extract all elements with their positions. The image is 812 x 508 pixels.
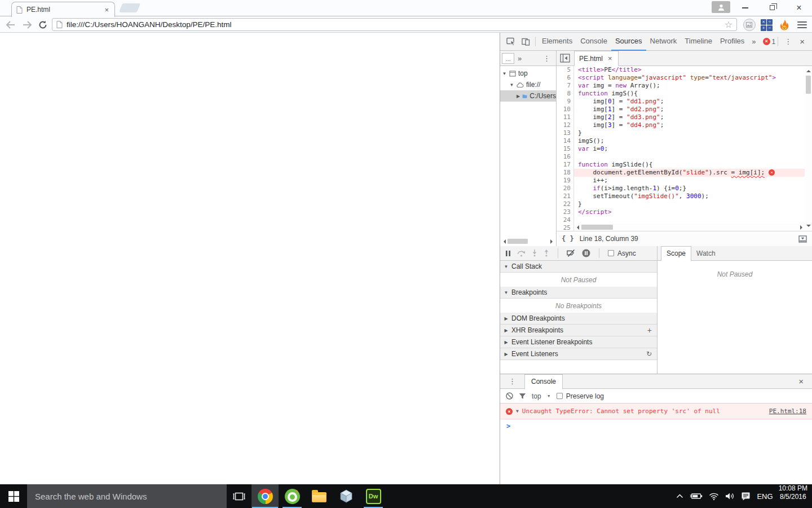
show-navigator-icon[interactable] bbox=[560, 54, 570, 63]
line-number[interactable]: 18 bbox=[557, 169, 574, 177]
tab-network[interactable]: Network bbox=[646, 33, 681, 51]
step-over-icon[interactable] bbox=[517, 250, 526, 257]
error-source-link[interactable]: PE.html:18 bbox=[769, 408, 806, 415]
tab-profiles[interactable]: Profiles bbox=[716, 33, 748, 51]
browser-menu-button[interactable] bbox=[795, 18, 809, 32]
chevron-down-icon[interactable]: ▼ bbox=[509, 82, 514, 87]
scroll-right-icon[interactable] bbox=[800, 225, 805, 230]
taskbar-app-chrome[interactable] bbox=[251, 484, 279, 508]
tab-watch[interactable]: Watch bbox=[691, 249, 721, 257]
extension-calculator-button[interactable]: ×÷+− bbox=[760, 18, 774, 32]
navigator-horizontal-scrollbar[interactable] bbox=[501, 238, 555, 245]
pause-on-exceptions-icon[interactable] bbox=[582, 249, 590, 257]
tab-elements[interactable]: Elements bbox=[538, 33, 576, 51]
tab-console-drawer[interactable]: Console bbox=[524, 374, 563, 389]
scroll-up-icon[interactable] bbox=[806, 68, 811, 72]
line-number[interactable]: 11 bbox=[557, 113, 574, 121]
chevron-down-icon[interactable]: ▼ bbox=[547, 394, 551, 398]
wifi-icon[interactable] bbox=[709, 493, 719, 500]
tab-console[interactable]: Console bbox=[576, 33, 611, 51]
devtools-menu-icon[interactable]: ⋮ bbox=[780, 37, 796, 46]
drawer-close-icon[interactable]: × bbox=[795, 376, 807, 386]
tab-scope[interactable]: Scope bbox=[661, 246, 691, 261]
scrollbar-thumb[interactable] bbox=[806, 76, 811, 94]
section-breakpoints[interactable]: ▼ Breakpoints bbox=[500, 287, 657, 299]
drawer-toggle-icon[interactable] bbox=[798, 235, 807, 243]
battery-icon[interactable] bbox=[690, 492, 703, 500]
address-bar[interactable]: ☆ bbox=[52, 18, 737, 31]
editor-horizontal-scrollbar[interactable] bbox=[575, 224, 805, 231]
navigator-overflow-icon[interactable]: » bbox=[514, 54, 525, 63]
window-minimize-button[interactable] bbox=[733, 0, 757, 15]
taskbar-clock[interactable]: 10:08 PM 8/5/2016 bbox=[778, 484, 812, 508]
url-input[interactable] bbox=[67, 20, 725, 29]
browser-tab[interactable]: PE.html × bbox=[11, 2, 115, 17]
line-number[interactable]: 22 bbox=[557, 200, 574, 208]
console-prompt[interactable]: > bbox=[500, 419, 812, 433]
preserve-log-checkbox[interactable] bbox=[557, 393, 563, 399]
editor-vertical-scrollbar[interactable] bbox=[805, 66, 812, 231]
section-event-listener-breakpoints[interactable]: ▶ Event Listener Breakpoints bbox=[500, 336, 657, 348]
section-dom-breakpoints[interactable]: ▶ DOM Breakpoints bbox=[500, 313, 657, 325]
line-number[interactable]: 17 bbox=[557, 161, 574, 169]
line-number[interactable]: 7 bbox=[557, 82, 574, 90]
bookmark-star-icon[interactable]: ☆ bbox=[725, 20, 732, 29]
devtools-close-icon[interactable]: × bbox=[796, 37, 809, 46]
language-indicator[interactable]: ENG bbox=[757, 492, 773, 501]
extension-flame-button[interactable] bbox=[777, 18, 791, 32]
editor-tab-close-icon[interactable]: × bbox=[607, 55, 614, 62]
line-number[interactable]: 19 bbox=[557, 177, 574, 185]
scrollbar-thumb[interactable] bbox=[508, 239, 528, 244]
section-call-stack[interactable]: ▼ Call Stack bbox=[500, 261, 657, 273]
scroll-left-icon[interactable] bbox=[501, 239, 506, 244]
volume-icon[interactable] bbox=[725, 492, 735, 500]
section-event-listeners[interactable]: ▶ Event Listeners ↻ bbox=[500, 348, 657, 360]
section-xhr-breakpoints[interactable]: ▶ XHR Breakpoints + bbox=[500, 325, 657, 336]
pause-script-icon[interactable] bbox=[505, 250, 511, 257]
deactivate-breakpoints-icon[interactable] bbox=[567, 249, 576, 257]
window-close-button[interactable]: × bbox=[787, 0, 811, 15]
editor-tab-pe-html[interactable]: PE.html × bbox=[574, 51, 619, 66]
line-number[interactable]: 8 bbox=[557, 90, 574, 98]
line-number[interactable]: 9 bbox=[557, 98, 574, 106]
navigator-more-tab[interactable]: ... bbox=[502, 53, 514, 64]
line-number[interactable]: 5 bbox=[557, 66, 574, 74]
line-number[interactable]: 12 bbox=[557, 121, 574, 129]
step-into-icon[interactable] bbox=[532, 249, 537, 257]
back-button[interactable] bbox=[3, 19, 17, 31]
error-indicator[interactable]: × 1 bbox=[763, 38, 776, 46]
line-number[interactable]: 10 bbox=[557, 106, 574, 113]
tab-timeline[interactable]: Timeline bbox=[681, 33, 716, 51]
line-number[interactable]: 6 bbox=[557, 74, 574, 82]
action-center-icon[interactable] bbox=[741, 492, 751, 501]
refresh-button[interactable] bbox=[36, 19, 50, 31]
new-tab-button[interactable] bbox=[119, 3, 140, 12]
line-number[interactable]: 25 bbox=[557, 224, 574, 231]
taskbar-app-cube[interactable] bbox=[333, 484, 360, 508]
tabs-overflow-icon[interactable]: » bbox=[748, 37, 759, 46]
device-toolbar-button[interactable] bbox=[519, 33, 533, 50]
line-number[interactable]: 23 bbox=[557, 208, 574, 216]
line-number[interactable]: 20 bbox=[557, 185, 574, 192]
drawer-menu-icon[interactable]: ⋮ bbox=[505, 377, 520, 386]
start-button[interactable] bbox=[0, 484, 27, 508]
extension-image-button[interactable] bbox=[742, 18, 756, 32]
taskbar-app-file-explorer[interactable] bbox=[306, 484, 333, 508]
scrollbar-thumb[interactable] bbox=[581, 225, 613, 230]
navigator-menu-icon[interactable]: ⋮ bbox=[539, 54, 554, 63]
tree-item-folder[interactable]: ▶ C:/Users bbox=[500, 90, 556, 102]
tray-expand-icon[interactable] bbox=[676, 494, 683, 498]
chevron-down-icon[interactable]: ▼ bbox=[502, 71, 507, 76]
step-out-icon[interactable] bbox=[544, 249, 549, 257]
window-maximize-button[interactable] bbox=[760, 0, 784, 15]
console-context-selector[interactable]: top bbox=[532, 392, 541, 400]
taskbar-app-coccoc[interactable] bbox=[279, 484, 306, 508]
tab-close-icon[interactable]: × bbox=[103, 6, 110, 14]
inspect-element-button[interactable] bbox=[504, 33, 519, 50]
line-number[interactable]: 21 bbox=[557, 192, 574, 200]
task-view-button[interactable] bbox=[227, 484, 251, 508]
line-number[interactable]: 14 bbox=[557, 137, 574, 145]
chevron-right-icon[interactable]: ▶ bbox=[517, 94, 520, 99]
line-number[interactable]: 15 bbox=[557, 145, 574, 153]
profile-button[interactable] bbox=[712, 1, 730, 13]
